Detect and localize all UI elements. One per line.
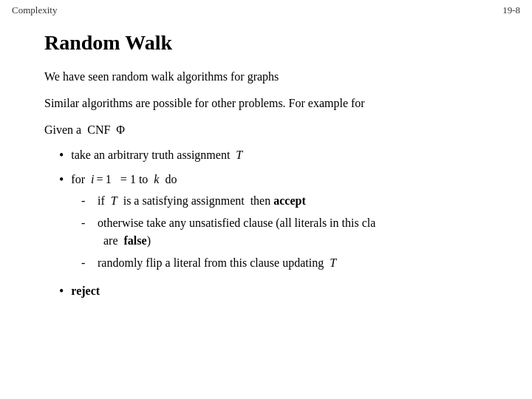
dash: - [81, 214, 90, 232]
dash: - [81, 254, 90, 272]
dash: - [81, 192, 90, 210]
list-item: • take an arbitrary truth assignment T [59, 146, 502, 165]
page-title: Random Walk [44, 31, 502, 55]
phi-symbol: Φ [116, 123, 125, 136]
sub-text-2: otherwise take any unsatisfied clause (a… [98, 214, 375, 250]
sub-text-3: randomly flip a literal from this clause… [98, 254, 336, 272]
sub-item: - randomly flip a literal from this clau… [81, 254, 375, 272]
sub-item: - otherwise take any unsatisfied clause … [81, 214, 375, 250]
paragraph-2: Similar algorithms are possible for othe… [44, 95, 502, 112]
main-content: Random Walk We have seen random walk alg… [0, 21, 532, 315]
bullet-text-3: reject [71, 282, 100, 300]
bullet-text-1: take an arbitrary truth assignment T [71, 146, 242, 164]
sub-text-1: if T is a satisfying assignment then acc… [98, 192, 306, 210]
bullet-dot: • [59, 146, 64, 165]
bullet-dot: • [59, 171, 64, 189]
bullet-text-2: for i = 1 = 1 to k do [71, 171, 177, 188]
algorithm-list: • take an arbitrary truth assignment T •… [44, 146, 502, 301]
header-title: Complexity [12, 4, 57, 16]
given-label: Given a CNF Φ [44, 121, 502, 139]
page-header: Complexity 19-8 [0, 0, 532, 21]
list-item: • for i = 1 = 1 to k do - if T is a sati… [59, 171, 502, 276]
paragraph-1: We have seen random walk algorithms for … [44, 68, 502, 86]
bullet-dot: • [59, 282, 64, 301]
sub-item: - if T is a satisfying assignment then a… [81, 192, 375, 210]
sub-algorithm-list: - if T is a satisfying assignment then a… [59, 192, 375, 276]
list-item: • reject [59, 282, 502, 301]
page-number: 19-8 [502, 4, 520, 16]
